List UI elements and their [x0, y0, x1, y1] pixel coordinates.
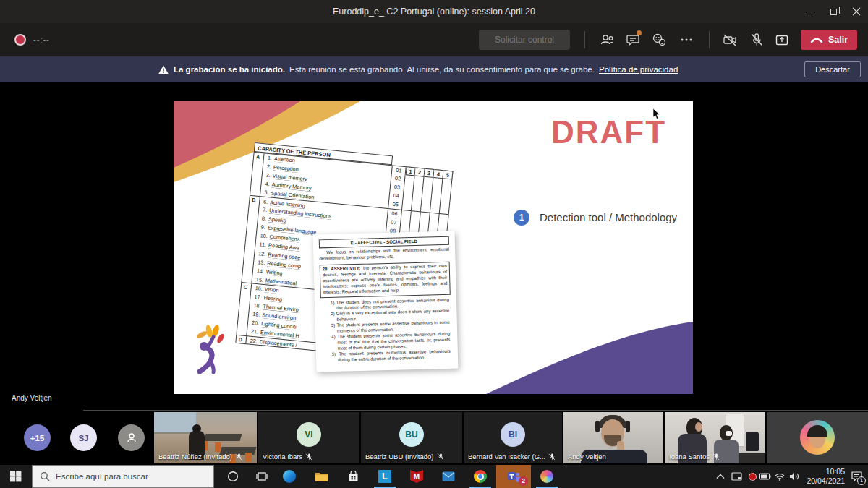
- item-label: Vision: [264, 286, 279, 294]
- tray-battery-icon[interactable]: [758, 465, 773, 488]
- self-video-tile[interactable]: [767, 412, 868, 463]
- recording-indicator-icon: [14, 34, 26, 46]
- affective-field-document: E.- AFFECTIVE - SOCIAL FIELD We focus on…: [313, 231, 459, 372]
- restore-button[interactable]: [822, 0, 845, 23]
- initials-avatar: VI: [297, 422, 321, 447]
- item-number: 19.: [252, 311, 260, 318]
- avatar-tile-beatriz-ubu[interactable]: BU Beatriz UBU (Invitado): [361, 412, 462, 463]
- banner-message: Esta reunión se está grabando. Al unirse…: [289, 65, 595, 74]
- clock-date: 20/04/2021: [804, 476, 845, 486]
- taskbar-app-l[interactable]: L: [369, 465, 401, 488]
- assertivity-term: 28. ASSERTIVITY:: [323, 266, 361, 271]
- tray-wifi-icon[interactable]: [773, 465, 787, 488]
- overflow-participants-avatar[interactable]: +15: [24, 424, 51, 451]
- avatar-tile-victoria-ibars[interactable]: VI Victoria Ibars: [258, 412, 359, 463]
- chevron-up-icon: [716, 474, 725, 479]
- app-l-icon: L: [378, 470, 391, 483]
- cortana-button[interactable]: [217, 465, 249, 488]
- action-center-button[interactable]: 1: [846, 465, 867, 488]
- avatar-tile-bernard-van-isacker[interactable]: BI Bernard Van Isacker (G...: [464, 412, 562, 463]
- taskbar-app-explorer[interactable]: [305, 465, 337, 488]
- taskbar-search[interactable]: [32, 465, 214, 488]
- chat-icon[interactable]: [625, 32, 641, 48]
- taskbar-app-chrome[interactable]: [464, 465, 496, 488]
- tray-volume-icon[interactable]: [787, 465, 801, 488]
- cortana-icon: [227, 471, 239, 482]
- mic-off-icon: [437, 453, 444, 461]
- speaker-icon: [789, 472, 799, 481]
- initials-avatar: BI: [501, 422, 525, 447]
- window-titlebar: Euroddip_e_ C2 Portugal (online): sessio…: [0, 0, 868, 23]
- item-number: 1.: [268, 155, 273, 162]
- tile-name-label: Bernard Van Isacker (G...: [468, 453, 545, 461]
- meeting-timer: --:--: [33, 35, 50, 44]
- battery-icon: [760, 473, 771, 480]
- item-number: 20.: [252, 320, 260, 327]
- video-tile-andy-veltjen[interactable]: Andy Veltjen: [563, 412, 663, 463]
- leave-button-label: Salir: [828, 35, 848, 45]
- item-number: 16.: [255, 285, 263, 292]
- chrome-icon: [474, 470, 487, 483]
- participant-avatar-sj[interactable]: SJ: [70, 424, 97, 451]
- search-icon: [40, 471, 50, 481]
- taskbar-app-edge[interactable]: [273, 465, 305, 488]
- video-tile-ioana-santos[interactable]: Ioana Santos: [665, 412, 765, 463]
- device-icon: [731, 472, 742, 481]
- participant-filmstrip: +15 SJ Beatriz Núñez (Invitado): [0, 411, 868, 463]
- taskbar-app-mail[interactable]: [433, 465, 464, 488]
- tile-name-label: Beatriz UBU (Invitado): [365, 453, 434, 461]
- item-number: 12.: [258, 250, 266, 257]
- close-button[interactable]: [845, 0, 868, 23]
- tray-mcafee-icon[interactable]: [745, 465, 760, 488]
- minimize-button[interactable]: [799, 0, 822, 23]
- dismiss-button[interactable]: Descartar: [804, 61, 861, 77]
- section-letter: [241, 273, 252, 283]
- task-view-icon: [256, 471, 268, 482]
- taskbar-app-store[interactable]: [337, 465, 369, 488]
- toolbar-divider: [584, 31, 585, 48]
- item-number: 17.: [254, 294, 262, 301]
- video-tile-beatriz-nunez[interactable]: Beatriz Núñez (Invitado): [154, 412, 257, 463]
- item-number: 3.: [265, 171, 271, 179]
- share-screen-icon[interactable]: [774, 32, 790, 48]
- taskbar-app-teams[interactable]: 2: [496, 465, 531, 488]
- taskbar-app-mcafee[interactable]: M: [401, 465, 433, 488]
- document-heading: E.- AFFECTIVE - SOCIAL FIELD: [319, 236, 449, 249]
- mic-off-icon[interactable]: [749, 32, 765, 48]
- draft-watermark: DRAFT: [551, 114, 666, 150]
- teams-notification-badge: 2: [519, 476, 528, 486]
- clock-time: 10:05: [804, 467, 845, 476]
- banner-title: La grabación se ha iniciado.: [174, 65, 285, 74]
- privacy-policy-link[interactable]: Política de privacidad: [599, 65, 678, 74]
- item-number: 14.: [257, 267, 265, 275]
- request-control-button[interactable]: Solicitar control: [479, 30, 570, 50]
- item-number: 5.: [264, 189, 269, 197]
- item-number: 8.: [262, 215, 267, 223]
- search-input[interactable]: [56, 472, 200, 481]
- restore-icon: [830, 9, 837, 15]
- item-label: Hearing: [263, 294, 282, 302]
- tray-chevron-button[interactable]: [713, 465, 728, 488]
- start-button[interactable]: [0, 465, 32, 488]
- item-number: 6.: [263, 198, 268, 205]
- mic-off-icon: [235, 453, 242, 461]
- camera-off-icon[interactable]: [722, 32, 738, 48]
- paint3d-icon: [540, 470, 553, 483]
- initials-avatar: BU: [399, 422, 424, 447]
- tile-name-label: Andy Veltjen: [568, 453, 606, 461]
- taskbar-app-paint3d[interactable]: [531, 465, 563, 488]
- mail-icon: [442, 471, 455, 481]
- item-code: 05: [388, 200, 403, 210]
- tray-tablet-icon[interactable]: [729, 465, 744, 488]
- assertivity-scale-list: 1) The student does not present assertiv…: [331, 297, 451, 363]
- anonymous-participant-avatar[interactable]: [118, 424, 145, 451]
- windows-taskbar: L M 2 10:05 20/04/2021: [0, 465, 868, 488]
- leave-button[interactable]: Salir: [801, 30, 857, 50]
- reactions-icon[interactable]: [651, 32, 667, 48]
- more-options-icon[interactable]: [678, 32, 694, 48]
- wifi-icon: [775, 473, 785, 481]
- taskbar-clock[interactable]: 10:05 20/04/2021: [804, 467, 845, 486]
- participants-icon[interactable]: [599, 32, 615, 48]
- scale-item: 5) The student presents numerous asserti…: [332, 348, 451, 363]
- mcafee-tray-icon: [749, 473, 757, 481]
